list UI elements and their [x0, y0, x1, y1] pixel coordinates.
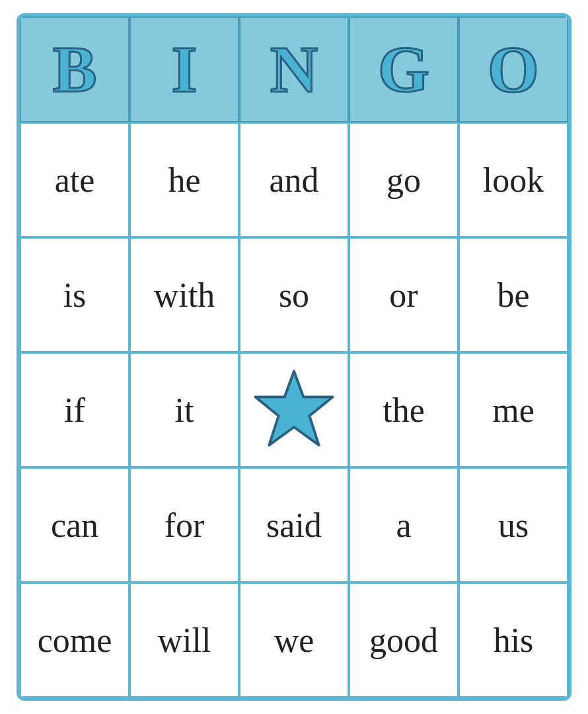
cell-with[interactable]: with: [129, 237, 239, 352]
header-letter-g: G: [378, 36, 429, 102]
cell-so[interactable]: so: [239, 237, 349, 352]
bingo-grid: B I N G O ate he and go look: [20, 17, 568, 697]
cell-for[interactable]: for: [129, 467, 239, 582]
cell-if[interactable]: if: [20, 352, 129, 467]
cell-come[interactable]: come: [20, 582, 129, 697]
cell-it[interactable]: it: [129, 352, 239, 467]
cell-a[interactable]: a: [349, 467, 459, 582]
cell-look[interactable]: look: [459, 122, 568, 237]
cell-me[interactable]: me: [459, 352, 568, 467]
header-letter-n: N: [270, 36, 318, 102]
header-letter-i: I: [172, 36, 198, 102]
header-letter-o: O: [488, 36, 539, 102]
cell-is[interactable]: is: [20, 237, 129, 352]
cell-ate[interactable]: ate: [20, 122, 129, 237]
cell-we[interactable]: we: [239, 582, 349, 697]
header-cell-i: I: [129, 17, 239, 122]
cell-can[interactable]: can: [20, 467, 129, 582]
header-letter-b: B: [53, 36, 97, 102]
cell-good[interactable]: good: [349, 582, 459, 697]
cell-the[interactable]: the: [349, 352, 459, 467]
svg-marker-0: [256, 372, 333, 446]
header-cell-g: G: [349, 17, 459, 122]
cell-he[interactable]: he: [129, 122, 239, 237]
cell-and[interactable]: and: [239, 122, 349, 237]
star-icon: [251, 367, 337, 453]
cell-said[interactable]: said: [239, 467, 349, 582]
header-cell-b: B: [20, 17, 129, 122]
bingo-card: B I N G O ate he and go look: [17, 13, 571, 701]
header-cell-n: N: [239, 17, 349, 122]
header-cell-o: O: [459, 17, 568, 122]
cell-will[interactable]: will: [129, 582, 239, 697]
cell-free-star[interactable]: [239, 352, 349, 467]
cell-his[interactable]: his: [459, 582, 568, 697]
cell-us[interactable]: us: [459, 467, 568, 582]
cell-be[interactable]: be: [459, 237, 568, 352]
cell-go[interactable]: go: [349, 122, 459, 237]
cell-or[interactable]: or: [349, 237, 459, 352]
